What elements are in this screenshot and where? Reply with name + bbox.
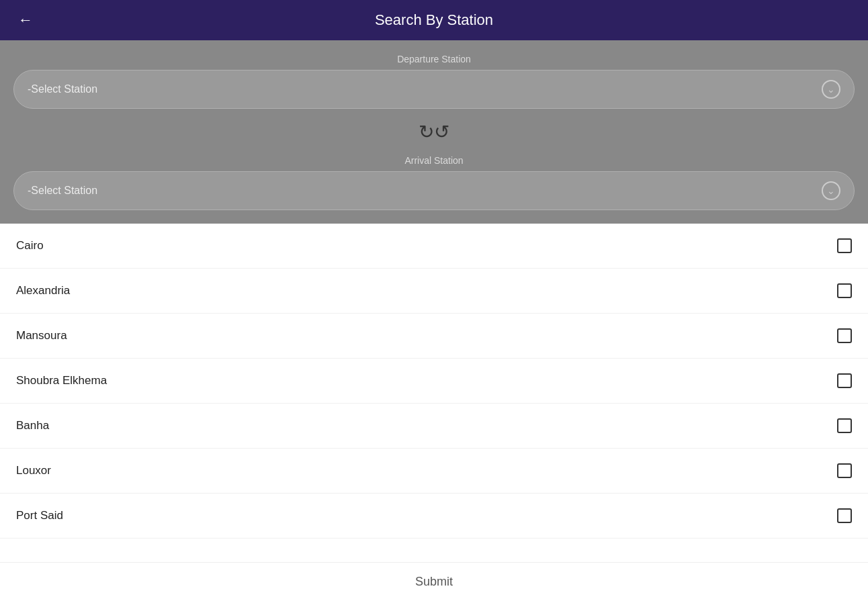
station-name: Louxor [16,464,51,477]
app-container: ← Search By Station Departure Station -S… [0,0,868,601]
list-item[interactable]: Port Said [0,494,868,539]
footer: Submit [0,562,868,601]
arrival-section: Arrival Station -Select Station ⌄ [13,155,855,210]
station-checkbox[interactable] [837,418,852,433]
station-name: Port Said [16,509,63,522]
station-name: Mansoura [16,329,67,342]
departure-select[interactable]: -Select Station ⌄ [13,70,855,109]
station-name: Banha [16,419,49,432]
departure-label: Departure Station [13,54,855,64]
header: ← Search By Station [0,0,868,40]
departure-chevron-icon: ⌄ [822,80,840,99]
list-item[interactable]: Shoubra Elkhema [0,359,868,404]
swap-icon[interactable]: ↻↺ [419,121,449,143]
station-checkbox[interactable] [837,463,852,478]
upper-section: Departure Station -Select Station ⌄ ↻↺ A… [0,40,868,224]
station-checkbox[interactable] [837,283,852,298]
arrival-placeholder: -Select Station [28,185,97,197]
station-checkbox[interactable] [837,508,852,523]
arrival-select[interactable]: -Select Station ⌄ [13,171,855,210]
list-item[interactable]: Louxor [0,449,868,494]
list-item[interactable]: Cairo [0,224,868,269]
page-title: Search By Station [375,11,493,29]
arrival-chevron-icon: ⌄ [822,181,840,200]
departure-placeholder: -Select Station [28,83,97,95]
back-button[interactable]: ← [13,8,38,32]
back-icon: ← [18,11,33,29]
submit-button[interactable]: Submit [415,575,453,589]
departure-section: Departure Station -Select Station ⌄ [13,54,855,109]
list-item[interactable]: Mansoura [0,314,868,359]
station-checkbox[interactable] [837,238,852,253]
station-checkbox[interactable] [837,328,852,343]
arrival-label: Arrival Station [13,155,855,166]
swap-section: ↻↺ [13,109,855,155]
list-item[interactable]: Alexandria [0,269,868,314]
station-name: Shoubra Elkhema [16,374,107,387]
station-name: Cairo [16,239,44,252]
list-item[interactable]: Banha [0,404,868,449]
station-list: CairoAlexandriaMansouraShoubra ElkhemaBa… [0,224,868,562]
station-checkbox[interactable] [837,373,852,388]
station-name: Alexandria [16,284,70,297]
